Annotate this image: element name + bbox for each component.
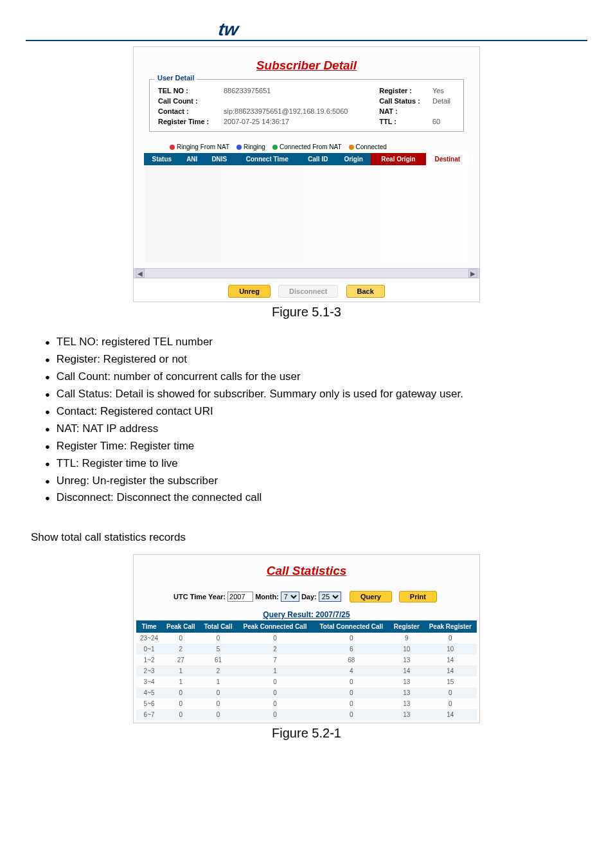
table-row: 1~227617681314	[136, 655, 477, 665]
logo-icon: tw	[217, 19, 240, 40]
query-result-label: Query Result: 2007/7/25	[136, 610, 477, 619]
col-dnis: DNIS	[204, 153, 235, 165]
table-row: 23~24000090	[136, 633, 477, 644]
scroll-left-icon[interactable]: ◀	[136, 269, 145, 278]
month-select[interactable]: 7	[281, 592, 299, 602]
stats-table: TimePeak CallTotal CallPeak Connected Ca…	[136, 620, 477, 720]
table-cell: 14	[423, 709, 477, 720]
table-cell: 0	[423, 687, 477, 698]
year-input[interactable]	[227, 592, 253, 602]
disconnect-button[interactable]: Disconnect	[278, 285, 338, 298]
table-cell: 61	[199, 655, 236, 665]
table-cell: 0	[313, 676, 389, 687]
dot-ringing-icon	[236, 145, 242, 150]
table-cell: 9	[389, 633, 423, 644]
subscriber-detail-panel: Subscriber Detail User Detail TEL NO : 8…	[133, 46, 480, 302]
list-item: TEL NO: registered TEL number	[45, 335, 587, 350]
table-cell: 13	[389, 655, 423, 665]
table-cell: 1	[237, 665, 314, 676]
table-cell: 13	[389, 698, 423, 709]
dot-connected-icon	[349, 145, 354, 150]
table-row: 4~50000130	[136, 687, 477, 698]
utc-year-label: UTC Time Year:	[173, 593, 226, 601]
table-cell: 0	[237, 709, 314, 720]
horizontal-scrollbar[interactable]: ◀ ▶	[134, 268, 479, 278]
table-cell: 2	[199, 665, 236, 676]
table-cell: 27	[162, 655, 199, 665]
table-cell: 4	[313, 665, 389, 676]
table-cell: 0	[199, 709, 236, 720]
list-item: TTL: Register time to live	[45, 457, 587, 471]
status-legend: Ringing From NAT Ringing Connected From …	[144, 132, 469, 153]
col-origin: Origin	[336, 153, 371, 165]
table-cell: 2	[237, 644, 314, 655]
table-cell: 5	[199, 644, 236, 655]
col-call-id: Call ID	[300, 153, 336, 165]
table-cell: 6~7	[136, 709, 162, 720]
back-button[interactable]: Back	[346, 285, 385, 298]
nat-label: NAT :	[379, 107, 398, 115]
table-cell: 68	[313, 655, 389, 665]
table-cell: 0	[237, 698, 314, 709]
callstatus-label: Call Status :	[379, 97, 420, 105]
table-cell: 1	[199, 676, 236, 687]
table-cell: 0	[199, 687, 236, 698]
col-destinat: Destinat	[426, 153, 469, 165]
table-cell: 0	[199, 633, 236, 644]
list-item: Register Time: Register time	[45, 439, 587, 454]
table-cell: 0	[237, 633, 314, 644]
table-cell: 0	[162, 633, 199, 644]
table-cell: 0	[237, 687, 314, 698]
table-cell: 23~24	[136, 633, 162, 644]
table-cell: 0	[423, 698, 477, 709]
col-header: Peak Connected Call	[237, 620, 314, 633]
user-detail-fieldset: User Detail TEL NO : 886233975651 Regist…	[149, 79, 464, 132]
scroll-right-icon[interactable]: ▶	[468, 269, 477, 278]
legend-connected: Connected	[356, 143, 387, 150]
telno-value: 886233975651	[224, 87, 271, 95]
contact-value: sip:886233975651@192.168.19.6:5060	[224, 107, 348, 115]
call-table-body-empty	[145, 166, 468, 262]
callcount-label: Call Count :	[158, 97, 198, 105]
ttl-value: 60	[432, 118, 440, 125]
table-row: 3~411001315	[136, 676, 477, 687]
col-connect-time: Connect Time	[235, 153, 300, 165]
list-item: Register: Registered or not	[45, 352, 587, 367]
figure-caption-1: Figure 5.1-3	[26, 305, 587, 320]
query-button[interactable]: Query	[350, 591, 392, 602]
col-header: Time	[136, 620, 162, 633]
list-item: Call Status: Detail is showed for subscr…	[45, 387, 587, 402]
table-cell: 14	[389, 665, 423, 676]
fieldset-legend: User Detail	[155, 74, 197, 82]
table-cell: 15	[423, 676, 477, 687]
regtime-value: 2007-07-25 14:36:17	[224, 118, 289, 125]
table-cell: 2	[162, 644, 199, 655]
month-label: Month:	[255, 593, 279, 601]
description-list: TEL NO: registered TEL numberRegister: R…	[45, 335, 587, 505]
table-cell: 13	[389, 676, 423, 687]
table-cell: 13	[389, 687, 423, 698]
table-cell: 0	[237, 676, 314, 687]
table-row: 0~125261010	[136, 644, 477, 655]
col-header: Total Call	[199, 620, 236, 633]
button-row: Unreg Disconnect Back	[134, 278, 479, 302]
col-header: Register	[389, 620, 423, 633]
table-cell: 0	[423, 633, 477, 644]
table-cell: 0	[313, 687, 389, 698]
table-cell: 5~6	[136, 698, 162, 709]
col-header: Peak Call	[162, 620, 199, 633]
col-ani: ANI	[180, 153, 204, 165]
register-label: Register :	[379, 87, 412, 95]
legend-ringing-nat: Ringing From NAT	[177, 143, 229, 150]
col-status: Status	[144, 153, 180, 165]
call-table: Status ANI DNIS Connect Time Call ID Ori…	[144, 153, 469, 263]
day-select[interactable]: 25	[319, 592, 341, 602]
callstatus-value: Detail	[432, 97, 450, 105]
col-real-origin: Real Origin	[371, 153, 425, 165]
unreg-button[interactable]: Unreg	[228, 285, 271, 298]
table-cell: 0~1	[136, 644, 162, 655]
table-cell: 6	[313, 644, 389, 655]
print-button[interactable]: Print	[399, 591, 437, 602]
table-cell: 10	[389, 644, 423, 655]
table-cell: 3~4	[136, 676, 162, 687]
